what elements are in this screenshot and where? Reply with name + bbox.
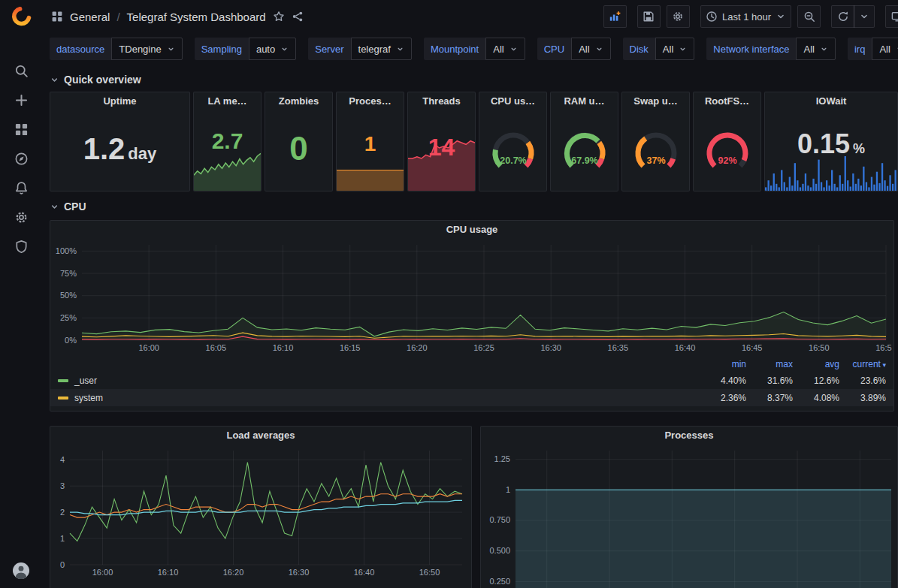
svg-text:75%: 75% [60, 269, 77, 278]
legend-series-toggle[interactable]: _user [58, 375, 700, 386]
sparkline [194, 149, 261, 191]
row-cpu[interactable]: CPU [50, 199, 898, 214]
variable-value-dropdown[interactable]: All [872, 38, 898, 60]
refresh-interval-button[interactable] [854, 5, 875, 28]
legend-sort-min[interactable]: min [700, 359, 746, 369]
zoom-out-button[interactable] [797, 5, 821, 28]
variable-value-dropdown[interactable]: TDengine [111, 38, 182, 60]
variable-value: TDengine [119, 44, 161, 55]
time-range-picker[interactable]: Last 1 hour [700, 5, 791, 28]
panel-title[interactable]: CPU us… [479, 92, 546, 110]
legend-sort-current[interactable]: current ▾ [839, 359, 886, 369]
legend-series-toggle[interactable]: iowait [58, 410, 700, 412]
sidebar-item-configuration[interactable] [0, 203, 42, 232]
variable-value-dropdown[interactable]: All [571, 38, 610, 60]
zombies-visualization: 0 [265, 110, 332, 191]
panel-title[interactable]: Load averages [50, 427, 471, 445]
row-title: Quick overview [64, 74, 141, 86]
series-color-swatch [58, 397, 68, 400]
legend-value: 1.24% [839, 410, 886, 412]
variable-network-interface: Network interfaceAll [706, 38, 836, 60]
variable-label: Sampling [195, 38, 249, 60]
variable-value-dropdown[interactable]: All [655, 38, 694, 60]
sidebar-item-dashboards[interactable] [0, 115, 42, 144]
refresh-button[interactable] [831, 5, 854, 28]
sparkline-bars [765, 156, 897, 191]
grafana-logo[interactable] [11, 6, 32, 26]
panel-la-medium: LA me…2.7 [193, 92, 262, 191]
panel-title[interactable]: RootFS… [694, 92, 760, 110]
sidebar-item-explore[interactable] [0, 144, 42, 173]
svg-text:16:50: 16:50 [419, 568, 440, 577]
panel-title[interactable]: Uptime [50, 92, 189, 110]
breadcrumb-section[interactable]: General [70, 11, 110, 23]
legend-value: 4.11% [746, 410, 793, 412]
cpu-usage-chart[interactable]: 100%75%50%25%0%16:0016:0516:1016:1516:20… [52, 239, 892, 355]
stat-value: 2.7 [194, 130, 261, 152]
processes-chart[interactable]: 1.2510.7500.5000.250 [482, 445, 896, 588]
svg-text:16:10: 16:10 [158, 568, 179, 577]
load-averages-chart[interactable]: 4321016:0016:1016:2016:3016:4016:50 [52, 445, 470, 581]
variable-mountpoint: MountpointAll [424, 38, 525, 60]
legend-value: 4.40% [700, 375, 746, 386]
save-dashboard-button[interactable] [637, 5, 661, 28]
dashboard-settings-button[interactable] [667, 5, 690, 28]
sidebar-item-alerting[interactable] [0, 173, 42, 203]
variable-irq: irqAll [848, 38, 898, 60]
panel-cpu-usage: CPU usage 100%75%50%25%0%16:0016:0516:10… [50, 220, 894, 412]
variable-value-dropdown[interactable]: All [796, 38, 835, 60]
monitor-icon [891, 11, 898, 23]
sidebar-item-search[interactable] [0, 56, 42, 86]
bell-icon [14, 181, 29, 195]
panel-title[interactable]: CPU usage [50, 221, 893, 239]
user-avatar[interactable] [13, 562, 29, 579]
svg-text:16:40: 16:40 [675, 343, 696, 352]
refresh-icon [837, 11, 849, 23]
add-panel-button[interactable] [603, 5, 627, 28]
chevron-down-icon [509, 45, 518, 53]
variable-value-dropdown[interactable]: telegraf [351, 38, 412, 60]
variable-value: telegraf [358, 44, 391, 55]
legend-sort-max[interactable]: max [746, 359, 793, 369]
panel-title[interactable]: Proces… [337, 92, 404, 110]
panel-title[interactable]: Swap u… [622, 92, 689, 110]
gauge: 92% [694, 128, 760, 173]
chevron-down-icon [167, 45, 175, 53]
variable-value: All [803, 44, 814, 55]
panel-title[interactable]: IOWait [765, 92, 897, 110]
cycle-view-button[interactable] [885, 5, 898, 28]
sidebar-item-server-admin[interactable] [0, 232, 42, 261]
svg-text:0.500: 0.500 [489, 546, 510, 555]
legend-value: 12.6% [793, 375, 839, 386]
variable-value-dropdown[interactable]: auto [249, 38, 296, 60]
chevron-down-icon [396, 45, 404, 53]
panel-title[interactable]: LA me… [194, 92, 261, 110]
stat-value: 0.15% [765, 131, 897, 158]
svg-text:16:30: 16:30 [540, 343, 561, 352]
panel-title[interactable]: RAM u… [551, 92, 618, 110]
svg-text:4: 4 [60, 455, 65, 464]
stat-value: 14 [408, 135, 475, 159]
share-icon[interactable] [292, 11, 304, 23]
svg-text:16:35: 16:35 [608, 343, 629, 352]
svg-text:0.750: 0.750 [489, 515, 510, 524]
panel-title[interactable]: Processes [481, 427, 897, 445]
favorite-star-icon[interactable] [273, 11, 285, 23]
variable-value-dropdown[interactable]: All [485, 38, 525, 60]
panel-title[interactable]: Threads [408, 92, 475, 110]
panel-zombies: Zombies0 [265, 92, 333, 191]
variable-label: datasource [50, 38, 111, 60]
cpu-usage-gauge-visualization: 20.7% [479, 110, 546, 191]
variable-sampling: Samplingauto [195, 38, 297, 60]
chevron-down-icon [595, 45, 603, 53]
row-quick-overview[interactable]: Quick overview [50, 72, 898, 87]
legend-sort-avg[interactable]: avg [793, 359, 839, 369]
panel-title[interactable]: Zombies [265, 92, 332, 110]
legend-value: 2.36% [700, 393, 746, 403]
svg-text:0%: 0% [65, 336, 77, 345]
svg-text:16:25: 16:25 [473, 343, 494, 352]
variable-value: All [879, 44, 890, 55]
legend-series-toggle[interactable]: system [58, 393, 700, 403]
svg-text:16:20: 16:20 [407, 343, 428, 352]
sidebar-item-create[interactable] [0, 86, 42, 115]
